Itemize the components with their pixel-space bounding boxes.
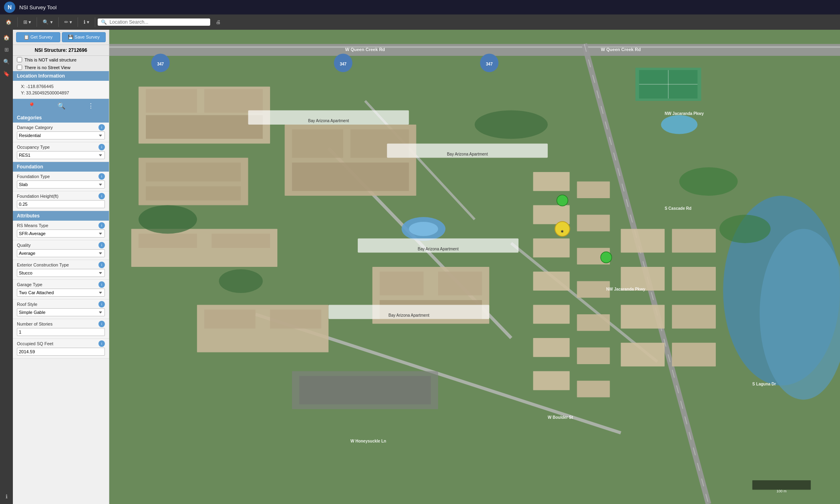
rs-means-info-icon[interactable]: i: [98, 222, 105, 229]
location-more-btn[interactable]: ⋮: [84, 101, 97, 111]
svg-rect-53: [672, 267, 716, 291]
svg-rect-31: [533, 172, 570, 191]
survey-buttons: 📋 Get Survey 💾 Save Survey: [13, 30, 109, 45]
svg-rect-20: [212, 234, 270, 248]
roof-style-select[interactable]: Simple Gable: [17, 308, 105, 316]
occupancy-type-select[interactable]: RES1: [17, 151, 105, 159]
svg-point-92: [557, 195, 568, 206]
iconbar-info[interactable]: ℹ: [1, 491, 12, 502]
info-toolbar-btn[interactable]: ℹ ▾: [80, 18, 92, 27]
app-title: NSI Survey Tool: [19, 4, 57, 10]
iconbar-search[interactable]: 🔍: [1, 56, 12, 67]
svg-rect-39: [533, 305, 570, 324]
garage-type-label: Garage Type: [17, 282, 42, 287]
get-survey-button[interactable]: 📋 Get Survey: [16, 32, 60, 42]
svg-text:347: 347: [340, 62, 346, 66]
svg-text:Bay Arizona Apartment: Bay Arizona Apartment: [418, 247, 459, 251]
svg-point-63: [139, 205, 197, 234]
rs-means-select[interactable]: SFR-Average: [17, 229, 105, 238]
svg-rect-24: [292, 162, 409, 191]
damage-category-label: Damage Category: [17, 125, 53, 130]
quality-select[interactable]: Average: [17, 249, 105, 257]
svg-rect-32: [577, 182, 610, 198]
svg-rect-13: [204, 89, 262, 113]
search-icon: 🔍: [101, 19, 107, 25]
garage-type-select[interactable]: Two Car Attached: [17, 289, 105, 297]
svg-point-66: [679, 167, 738, 196]
garage-type-info-icon[interactable]: i: [98, 281, 105, 288]
svg-text:NW Jacaranda Pkwy: NW Jacaranda Pkwy: [606, 287, 645, 291]
print-btn[interactable]: 🖨: [213, 18, 224, 27]
rs-means-group: RS Means Type i SFR-Average: [13, 221, 109, 240]
damage-category-select[interactable]: Residential: [17, 131, 105, 139]
not-valid-label: This is NOT valid structure: [25, 57, 76, 62]
y-coordinate: Y: 33.260492500004897: [17, 90, 105, 96]
svg-text:Bay Arizona Apartment: Bay Arizona Apartment: [447, 152, 488, 156]
svg-text:NW Jacaranda Pkwy: NW Jacaranda Pkwy: [665, 111, 704, 116]
iconbar-bookmark[interactable]: 🔖: [1, 68, 12, 79]
main-layout: 🏠 ⊞ 🔍 🔖 ℹ 📋 Get Survey 💾 Save Survey NSI…: [0, 30, 840, 504]
attributes-section-header: Attributes: [13, 211, 109, 221]
damage-category-info-icon[interactable]: i: [98, 124, 105, 131]
occupied-sq-feet-info-icon[interactable]: i: [98, 340, 105, 347]
svg-rect-51: [672, 229, 716, 253]
svg-rect-34: [577, 215, 610, 231]
svg-rect-35: [533, 238, 570, 257]
location-actions: 📍 🔍 ⋮: [13, 99, 109, 113]
svg-text:Bay Arizona Apartment: Bay Arizona Apartment: [389, 313, 430, 318]
exterior-construction-info-icon[interactable]: i: [98, 262, 105, 268]
zoom-toolbar-btn[interactable]: 🔍 ▾: [39, 18, 55, 27]
svg-text:100 m: 100 m: [776, 489, 787, 493]
save-survey-button[interactable]: 💾 Save Survey: [62, 32, 106, 42]
search-input[interactable]: [109, 19, 207, 25]
svg-rect-4: [109, 46, 840, 48]
draw-toolbar-btn[interactable]: ✏ ▾: [61, 18, 75, 27]
svg-rect-40: [577, 314, 610, 331]
no-street-view-row: There is no Street View: [13, 64, 109, 71]
app-icon: N: [4, 2, 15, 13]
svg-rect-33: [533, 205, 570, 224]
grid-toolbar-btn[interactable]: ⊞ ▾: [20, 18, 34, 27]
roof-style-label: Roof Style: [17, 302, 37, 307]
occupancy-type-info-icon[interactable]: i: [98, 144, 105, 150]
not-valid-checkbox[interactable]: [17, 57, 22, 62]
roof-style-info-icon[interactable]: i: [98, 301, 105, 307]
svg-text:S Laguna Dr: S Laguna Dr: [752, 382, 776, 386]
svg-point-93: [600, 252, 612, 263]
categories-section-header: Categories: [13, 113, 109, 123]
svg-rect-54: [621, 305, 665, 328]
iconbar-layers[interactable]: ⊞: [1, 44, 12, 55]
occupied-sq-feet-input[interactable]: [17, 348, 105, 356]
home-toolbar-btn[interactable]: 🏠: [2, 18, 15, 27]
svg-point-65: [475, 111, 548, 139]
no-street-view-checkbox[interactable]: [17, 65, 22, 70]
exterior-construction-select[interactable]: Stucco: [17, 269, 105, 277]
number-of-stories-label: Number of Stories: [17, 322, 53, 326]
toolbar: 🏠 ⊞ ▾ 🔍 ▾ ✏ ▾ ℹ ▾ 🔍 🖨: [0, 14, 840, 30]
svg-text:✱: ✱: [561, 229, 564, 234]
roof-style-group: Roof Style i Simple Gable: [13, 299, 109, 319]
svg-rect-14: [146, 115, 263, 139]
map-container[interactable]: 347 347 347 W Queen Creek Rd W Queen Cre…: [109, 30, 840, 504]
foundation-height-input[interactable]: [17, 200, 105, 208]
number-of-stories-info-icon[interactable]: i: [98, 321, 105, 327]
occupied-sq-feet-group: Occupied SQ Feet i: [13, 339, 109, 359]
foundation-type-info-icon[interactable]: i: [98, 173, 105, 180]
svg-rect-41: [533, 338, 570, 357]
location-pin-btn[interactable]: 📍: [25, 101, 39, 111]
quality-label: Quality: [17, 243, 31, 248]
quality-info-icon[interactable]: i: [98, 242, 105, 248]
number-of-stories-input[interactable]: [17, 328, 105, 336]
icon-bar: 🏠 ⊞ 🔍 🔖 ℹ: [0, 30, 13, 504]
location-section-header: Location Information: [13, 71, 109, 81]
number-of-stories-group: Number of Stories i: [13, 319, 109, 339]
svg-rect-3: [109, 44, 840, 55]
svg-rect-19: [139, 234, 197, 248]
foundation-type-select[interactable]: Slab: [17, 180, 105, 188]
svg-text:347: 347: [486, 62, 493, 66]
svg-point-49: [661, 115, 698, 134]
svg-text:S Cascade Rd: S Cascade Rd: [665, 206, 692, 211]
location-search-btn[interactable]: 🔍: [54, 101, 69, 111]
foundation-height-info-icon[interactable]: i: [98, 193, 105, 199]
iconbar-home[interactable]: 🏠: [1, 32, 12, 43]
